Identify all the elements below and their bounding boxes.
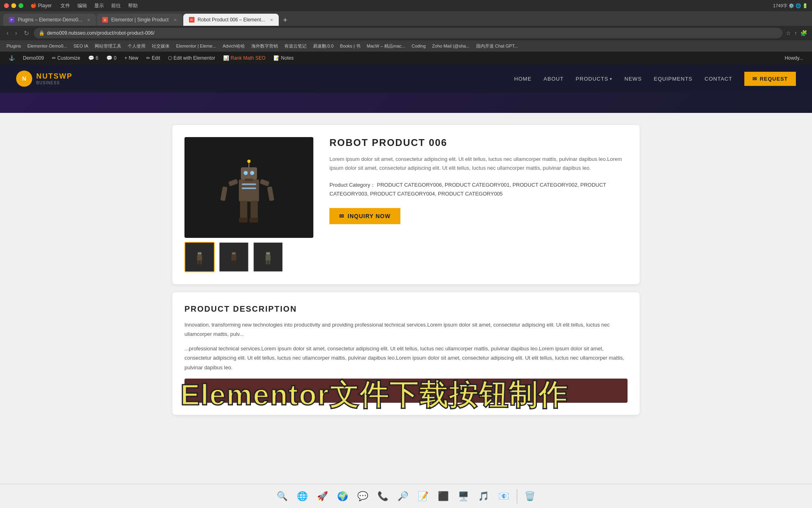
os-menu-player[interactable]: 🍎 Player [31, 3, 52, 8]
bookmark-coding[interactable]: Coding [409, 43, 428, 49]
inquiry-button[interactable]: ✉ INQUIRY NOW [329, 208, 400, 224]
os-menu-help[interactable]: 帮助 [128, 2, 138, 9]
bookmark-youdao[interactable]: 有道云笔记 [282, 42, 309, 50]
menu-equipments[interactable]: EQUIPMENTS [654, 76, 692, 82]
os-menu-file[interactable]: 文件 [60, 2, 70, 9]
bookmark-overseas[interactable]: 海外数字营销 [249, 42, 280, 50]
bookmark-personal[interactable]: 个人使用 [125, 42, 148, 50]
svg-point-16 [247, 160, 251, 163]
bookmark-seo-ia[interactable]: SEO IA [71, 43, 91, 49]
svg-point-32 [269, 253, 269, 254]
svg-rect-6 [220, 186, 228, 201]
wp-new[interactable]: + New [120, 52, 142, 65]
wp-howdy[interactable]: Howdy... [781, 52, 807, 65]
bookmark-zoho[interactable]: Zoho Mail (@sha... [430, 43, 472, 49]
menu-products[interactable]: PRODUCTS ▾ [576, 76, 612, 82]
svg-rect-14 [242, 187, 256, 189]
bookmark-plugins[interactable]: Plugins [4, 43, 23, 49]
menu-contact[interactable]: CONTACT [704, 76, 732, 82]
bookmark-elementor2[interactable]: Elementor | Eleme... [174, 43, 218, 49]
svg-rect-9 [240, 201, 247, 219]
time-display: 1749字 ⚙️ 🌐 🔋 [773, 3, 808, 9]
bookmark-social[interactable]: 社交媒体 [149, 42, 172, 50]
svg-rect-12 [249, 218, 258, 223]
wp-comments-6[interactable]: 💬 6 [84, 52, 102, 65]
svg-rect-1 [241, 167, 257, 179]
os-menu-go[interactable]: 前往 [111, 2, 121, 9]
main-product-image [184, 137, 313, 238]
bookmark-chatgpt[interactable]: 国内开道 Chat GPT... [474, 42, 520, 50]
menu-home[interactable]: HOME [514, 76, 532, 82]
svg-rect-23 [231, 255, 236, 261]
svg-point-3 [250, 171, 254, 175]
minimize-btn[interactable] [11, 3, 16, 8]
thumbnail-2[interactable] [219, 242, 249, 272]
url-text: demo009.nutsseo.com/product/robot-produc… [47, 30, 155, 36]
tab-1[interactable]: P Plugins – Elementor-Demo0... ✕ [3, 14, 96, 26]
wp-edit[interactable]: ✏ Edit [142, 52, 164, 65]
svg-rect-33 [266, 260, 268, 264]
site-logo[interactable]: N NUTSWP BUSINESS [16, 71, 72, 87]
extensions-icon[interactable]: 🧩 [800, 30, 807, 36]
menu-news[interactable]: NEWS [624, 76, 642, 82]
svg-rect-4 [245, 179, 253, 181]
wp-rank-math[interactable]: 📊 Rank Math SEO [219, 52, 269, 65]
tab-label-1: Plugins – Elementor-Demo0... [18, 17, 82, 23]
inquiry-label: INQUIRY NOW [348, 213, 391, 219]
back-button[interactable]: ‹ [5, 29, 10, 37]
svg-rect-22 [200, 260, 202, 264]
thumb-robot-2 [225, 246, 243, 268]
menu-about[interactable]: ABOUT [544, 76, 564, 82]
new-tab-button[interactable]: + [280, 15, 291, 26]
tab-close-2[interactable]: ✕ [174, 18, 177, 22]
thumbnail-1[interactable] [184, 242, 215, 272]
bookmark-trans[interactable]: 易速翻.0.0 [311, 42, 336, 50]
close-btn[interactable] [4, 3, 9, 8]
tab-favicon-1: P [9, 17, 14, 23]
wp-notes[interactable]: 📝 Notes [269, 52, 298, 65]
tab-close-3[interactable]: ✕ [270, 18, 273, 22]
bookmark-advich[interactable]: Advich哈哈 [220, 42, 247, 50]
tab-favicon-2: E [102, 17, 108, 23]
browser-chrome: 🍎 Player 文件 编辑 显示 前往 帮助 1749字 ⚙️ 🌐 🔋 P P… [0, 0, 812, 52]
wp-site-name[interactable]: Demo009 [19, 52, 48, 65]
svg-point-2 [244, 171, 248, 175]
request-button[interactable]: ✉ REQUEST [744, 72, 796, 86]
svg-rect-29 [265, 255, 271, 261]
thumbnail-row [184, 242, 313, 272]
url-input[interactable]: 🔒 demo009.nutsseo.com/product/robot-prod… [34, 28, 783, 38]
product-card: ROBOT PRODUCT 006 Lorem ipsum dolor sit … [172, 125, 640, 284]
wp-edit-elementor[interactable]: ⬡ Edit with Elementor [164, 52, 219, 65]
description-text-1: Innovation, transforming new technologie… [184, 320, 628, 339]
svg-rect-28 [234, 260, 236, 264]
main-content: ROBOT PRODUCT 006 Lorem ipsum dolor sit … [164, 113, 648, 427]
wp-logo-item[interactable]: ⚓ [5, 52, 19, 65]
tab-3[interactable]: R Robot Product 006 – Element... ✕ [183, 14, 279, 26]
os-menu-edit[interactable]: 编辑 [77, 2, 87, 9]
svg-point-25 [233, 253, 234, 254]
tab-2[interactable]: E Elementor | Single Product ✕ [97, 14, 182, 26]
tab-favicon-3: R [189, 17, 195, 23]
svg-rect-30 [266, 252, 270, 255]
wp-comments-0[interactable]: 💬 0 [102, 52, 120, 65]
thumb-robot-3 [259, 246, 277, 268]
svg-rect-10 [239, 218, 248, 223]
star-icon[interactable]: ☆ [786, 30, 791, 36]
svg-rect-13 [242, 183, 256, 185]
site-wrapper: N NUTSWP BUSINESS HOME ABOUT PRODUCTS ▾ … [0, 65, 812, 427]
bookmark-elementor[interactable]: Elementor-Demo0... [25, 43, 69, 49]
svg-point-19 [198, 253, 199, 254]
tab-close-1[interactable]: ✕ [87, 18, 90, 22]
maximize-btn[interactable] [19, 3, 23, 8]
bookmark-macw[interactable]: MacW – 精品mac... [365, 42, 408, 50]
share-icon[interactable]: ↑ [794, 30, 797, 36]
bookmark-books[interactable]: Books | 书 [338, 42, 363, 50]
refresh-button[interactable]: ↻ [22, 29, 31, 37]
os-menu-view[interactable]: 显示 [94, 2, 104, 9]
wp-customize[interactable]: ✏ Customize [48, 52, 84, 65]
thumbnail-3[interactable] [253, 242, 283, 272]
forward-button[interactable]: › [13, 29, 19, 37]
logo-sub: BUSINESS [36, 81, 72, 85]
bookmark-webtools[interactable]: 网站管理工具 [92, 42, 124, 50]
site-navigation: N NUTSWP BUSINESS HOME ABOUT PRODUCTS ▾ … [0, 65, 812, 93]
